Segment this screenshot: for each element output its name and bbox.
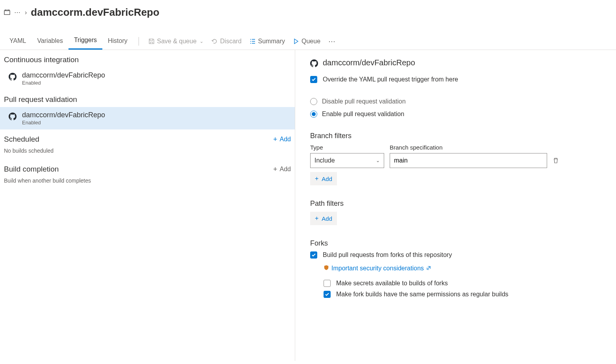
ci-heading-label: Continuous integration: [4, 55, 79, 64]
branch-spec-input[interactable]: [390, 153, 547, 168]
chevron-down-icon: ⌄: [376, 158, 380, 163]
right-header: damccorm/devFabricRepo: [310, 58, 605, 67]
scheduled-empty: No builds scheduled: [0, 147, 295, 159]
fork-secrets-row[interactable]: Make secrets available to builds of fork…: [324, 280, 605, 287]
right-panel: damccorm/devFabricRepo Override the YAML…: [295, 50, 616, 361]
undo-icon: [211, 38, 218, 44]
branch-filter-row: Include ⌄: [310, 153, 605, 168]
pr-repo-name: damccorm/devFabricRepo: [22, 111, 105, 119]
summary-label: Summary: [258, 38, 285, 45]
plus-icon: +: [273, 135, 277, 144]
scheduled-heading-label: Scheduled: [4, 135, 39, 144]
pipeline-icon[interactable]: [4, 9, 10, 16]
enable-pr-radio-row[interactable]: Enable pull request validation: [310, 111, 605, 118]
disable-pr-label: Disable pull request validation: [322, 98, 406, 105]
check-icon: [311, 253, 316, 257]
tab-history[interactable]: History: [102, 33, 133, 49]
fork-build-pr-checkbox[interactable]: [310, 251, 317, 259]
fork-perms-checkbox[interactable]: [324, 291, 331, 298]
disable-pr-radio[interactable]: [310, 98, 317, 105]
fork-build-pr-label: Build pull requests from forks of this r…: [323, 251, 452, 259]
summary-button[interactable]: Summary: [246, 35, 289, 47]
build-completion-heading-label: Build completion: [4, 165, 59, 174]
build-completion-add-label: Add: [280, 166, 291, 173]
toolbar-divider: [139, 37, 139, 46]
build-completion-sub: Build when another build completes: [0, 177, 295, 189]
enable-pr-radio[interactable]: [310, 111, 317, 118]
scheduled-add-button[interactable]: + Add: [273, 135, 291, 144]
svg-rect-0: [4, 11, 10, 15]
play-icon: [293, 38, 299, 44]
scheduled-add-label: Add: [280, 136, 291, 143]
github-icon: [310, 59, 318, 67]
plus-icon: +: [315, 175, 318, 182]
ci-repo-status: Enabled: [22, 80, 105, 86]
fork-secrets-checkbox[interactable]: [324, 280, 331, 287]
github-icon: [9, 73, 17, 81]
security-considerations-link[interactable]: Important security considerations: [324, 265, 431, 272]
enable-pr-label: Enable pull request validation: [322, 111, 404, 118]
fork-secrets-label: Make secrets available to builds of fork…: [336, 280, 448, 287]
type-select[interactable]: Include ⌄: [310, 153, 384, 168]
fork-perms-row[interactable]: Make fork builds have the same permissio…: [324, 291, 605, 298]
breadcrumb: ⋯ › damccorm.devFabricRepo: [0, 0, 616, 23]
right-repo-title: damccorm/devFabricRepo: [323, 58, 415, 67]
branch-spec-label: Branch specification: [390, 144, 442, 151]
override-checkbox-row[interactable]: Override the YAML pull request trigger f…: [310, 76, 605, 83]
add-path-filter-label: Add: [322, 215, 332, 222]
override-checkbox[interactable]: [310, 76, 317, 83]
pr-heading: Pull request validation: [0, 90, 295, 107]
check-icon: [325, 292, 329, 297]
plus-icon: +: [315, 215, 318, 222]
path-filters-heading: Path filters: [310, 200, 605, 208]
left-panel: Continuous integration damccorm/devFabri…: [0, 50, 295, 361]
toolbar-more-icon[interactable]: ⋯: [324, 35, 340, 48]
type-select-value: Include: [314, 157, 335, 164]
shield-icon: [324, 265, 329, 272]
tab-variables[interactable]: Variables: [31, 33, 68, 49]
save-queue-button[interactable]: Save & queue ⌄: [144, 35, 208, 47]
build-completion-add-button[interactable]: + Add: [273, 165, 291, 174]
add-branch-filter-button[interactable]: + Add: [310, 172, 337, 185]
breadcrumb-sep-icon: ›: [25, 9, 27, 16]
save-queue-label: Save & queue: [157, 38, 197, 45]
ci-repo-name: damccorm/devFabricRepo: [22, 71, 105, 79]
fork-perms-label: Make fork builds have the same permissio…: [336, 291, 509, 298]
disable-pr-radio-row[interactable]: Disable pull request validation: [310, 98, 605, 105]
main-split: Continuous integration damccorm/devFabri…: [0, 50, 616, 361]
breadcrumb-more-icon[interactable]: ⋯: [14, 9, 21, 16]
add-branch-filter-label: Add: [322, 176, 332, 182]
chevron-down-icon: ⌄: [200, 39, 203, 44]
external-link-icon: [426, 265, 431, 272]
list-icon: [250, 38, 256, 44]
pr-repo-status: Enabled: [22, 120, 105, 126]
branch-filters-heading: Branch filters: [310, 132, 605, 140]
add-path-filter-button[interactable]: + Add: [310, 212, 337, 225]
tab-triggers[interactable]: Triggers: [68, 33, 102, 50]
discard-button[interactable]: Discard: [207, 35, 245, 47]
delete-filter-button[interactable]: [553, 157, 559, 164]
plus-icon: +: [273, 165, 277, 174]
override-label: Override the YAML pull request trigger f…: [323, 76, 458, 83]
discard-label: Discard: [220, 38, 241, 45]
tab-bar: YAML Variables Triggers History Save & q…: [0, 33, 616, 50]
type-label: Type: [310, 144, 384, 151]
save-icon: [148, 38, 155, 44]
pr-heading-label: Pull request validation: [4, 95, 77, 104]
ci-repo-item[interactable]: damccorm/devFabricRepo Enabled: [0, 67, 295, 90]
fork-build-pr-row[interactable]: Build pull requests from forks of this r…: [310, 251, 605, 259]
svg-rect-1: [5, 9, 9, 11]
pr-repo-item[interactable]: damccorm/devFabricRepo Enabled: [0, 107, 295, 129]
ci-heading: Continuous integration: [0, 50, 295, 67]
build-completion-heading: Build completion + Add: [0, 159, 295, 177]
security-link-label: Important security considerations: [331, 265, 424, 272]
forks-heading: Forks: [310, 239, 605, 248]
page-title: damccorm.devFabricRepo: [31, 6, 159, 18]
queue-label: Queue: [302, 38, 320, 45]
scheduled-heading: Scheduled + Add: [0, 129, 295, 147]
check-icon: [311, 77, 316, 82]
tab-yaml[interactable]: YAML: [4, 33, 31, 49]
github-icon: [9, 113, 17, 120]
queue-button[interactable]: Queue: [289, 35, 324, 47]
